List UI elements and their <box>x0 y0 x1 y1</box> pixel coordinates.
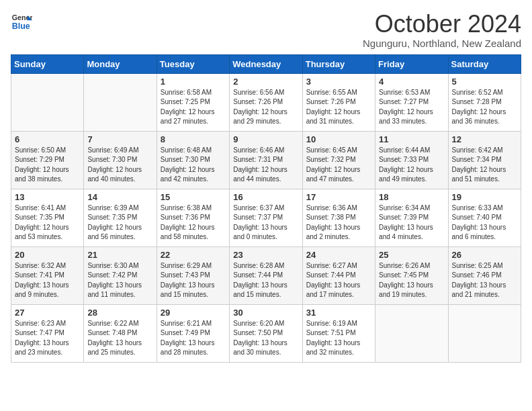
day-info: Sunrise: 6:55 AM Sunset: 7:26 PM Dayligh… <box>306 88 371 127</box>
day-cell: 7Sunrise: 6:49 AM Sunset: 7:30 PM Daylig… <box>84 131 157 189</box>
day-info: Sunrise: 6:46 AM Sunset: 7:31 PM Dayligh… <box>233 146 298 185</box>
calendar-header: SundayMondayTuesdayWednesdayThursdayFrid… <box>11 54 521 73</box>
day-info: Sunrise: 6:26 AM Sunset: 7:45 PM Dayligh… <box>379 261 444 300</box>
day-info: Sunrise: 6:21 AM Sunset: 7:49 PM Dayligh… <box>161 319 226 358</box>
title-block: October 2024 Ngunguru, Northland, New Ze… <box>363 11 521 49</box>
day-number: 13 <box>15 192 80 202</box>
day-info: Sunrise: 6:45 AM Sunset: 7:32 PM Dayligh… <box>306 146 371 185</box>
day-cell: 23Sunrise: 6:28 AM Sunset: 7:44 PM Dayli… <box>230 246 302 304</box>
day-number: 31 <box>306 308 371 318</box>
day-cell <box>448 304 521 362</box>
day-info: Sunrise: 6:49 AM Sunset: 7:30 PM Dayligh… <box>87 146 152 185</box>
day-cell: 26Sunrise: 6:25 AM Sunset: 7:46 PM Dayli… <box>448 246 521 304</box>
day-cell: 13Sunrise: 6:41 AM Sunset: 7:35 PM Dayli… <box>11 189 84 246</box>
day-info: Sunrise: 6:56 AM Sunset: 7:26 PM Dayligh… <box>233 88 298 127</box>
header-day: Friday <box>375 54 448 73</box>
day-cell: 9Sunrise: 6:46 AM Sunset: 7:31 PM Daylig… <box>230 131 302 189</box>
day-cell: 6Sunrise: 6:50 AM Sunset: 7:29 PM Daylig… <box>11 131 84 189</box>
day-cell: 8Sunrise: 6:48 AM Sunset: 7:30 PM Daylig… <box>157 131 229 189</box>
day-info: Sunrise: 6:42 AM Sunset: 7:34 PM Dayligh… <box>452 146 517 185</box>
day-number: 22 <box>161 250 226 260</box>
day-info: Sunrise: 6:52 AM Sunset: 7:28 PM Dayligh… <box>452 88 517 127</box>
day-info: Sunrise: 6:48 AM Sunset: 7:30 PM Dayligh… <box>161 146 226 185</box>
day-number: 30 <box>233 308 298 318</box>
day-cell: 25Sunrise: 6:26 AM Sunset: 7:45 PM Dayli… <box>375 246 448 304</box>
day-number: 27 <box>15 308 80 318</box>
day-info: Sunrise: 6:30 AM Sunset: 7:42 PM Dayligh… <box>87 261 152 300</box>
day-cell: 28Sunrise: 6:22 AM Sunset: 7:48 PM Dayli… <box>84 304 157 362</box>
calendar-body: 1Sunrise: 6:58 AM Sunset: 7:25 PM Daylig… <box>11 73 521 362</box>
day-cell: 16Sunrise: 6:37 AM Sunset: 7:37 PM Dayli… <box>230 189 302 246</box>
day-cell: 4Sunrise: 6:53 AM Sunset: 7:27 PM Daylig… <box>375 73 448 131</box>
day-cell: 2Sunrise: 6:56 AM Sunset: 7:26 PM Daylig… <box>230 73 302 131</box>
svg-text:Blue: Blue <box>12 21 30 31</box>
day-cell: 30Sunrise: 6:20 AM Sunset: 7:50 PM Dayli… <box>230 304 302 362</box>
day-number: 5 <box>452 77 517 87</box>
logo-icon: General Blue <box>11 11 32 32</box>
day-number: 3 <box>306 77 371 87</box>
day-cell: 11Sunrise: 6:44 AM Sunset: 7:33 PM Dayli… <box>375 131 448 189</box>
day-info: Sunrise: 6:34 AM Sunset: 7:39 PM Dayligh… <box>379 203 444 242</box>
week-row: 27Sunrise: 6:23 AM Sunset: 7:47 PM Dayli… <box>11 304 521 362</box>
day-info: Sunrise: 6:37 AM Sunset: 7:37 PM Dayligh… <box>233 203 298 242</box>
header-row: SundayMondayTuesdayWednesdayThursdayFrid… <box>11 54 521 73</box>
day-info: Sunrise: 6:58 AM Sunset: 7:25 PM Dayligh… <box>161 88 226 127</box>
header-day: Saturday <box>448 54 521 73</box>
month-title: October 2024 <box>363 11 521 38</box>
day-number: 2 <box>233 77 298 87</box>
day-cell: 22Sunrise: 6:29 AM Sunset: 7:43 PM Dayli… <box>157 246 229 304</box>
day-info: Sunrise: 6:29 AM Sunset: 7:43 PM Dayligh… <box>161 261 226 300</box>
day-number: 14 <box>87 192 152 202</box>
day-cell: 31Sunrise: 6:19 AM Sunset: 7:51 PM Dayli… <box>302 304 375 362</box>
day-number: 1 <box>161 77 226 87</box>
week-row: 6Sunrise: 6:50 AM Sunset: 7:29 PM Daylig… <box>11 131 521 189</box>
day-number: 4 <box>379 77 444 87</box>
day-number: 25 <box>379 250 444 260</box>
day-number: 6 <box>15 134 80 144</box>
week-row: 1Sunrise: 6:58 AM Sunset: 7:25 PM Daylig… <box>11 73 521 131</box>
day-number: 29 <box>161 308 226 318</box>
day-info: Sunrise: 6:50 AM Sunset: 7:29 PM Dayligh… <box>15 146 80 185</box>
day-info: Sunrise: 6:44 AM Sunset: 7:33 PM Dayligh… <box>379 146 444 185</box>
header-day: Monday <box>84 54 157 73</box>
header-day: Thursday <box>302 54 375 73</box>
day-cell: 21Sunrise: 6:30 AM Sunset: 7:42 PM Dayli… <box>84 246 157 304</box>
day-number: 24 <box>306 250 371 260</box>
day-number: 28 <box>87 308 152 318</box>
logo: General Blue <box>11 11 32 32</box>
day-number: 18 <box>379 192 444 202</box>
day-number: 19 <box>452 192 517 202</box>
day-cell: 19Sunrise: 6:33 AM Sunset: 7:40 PM Dayli… <box>448 189 521 246</box>
day-cell: 10Sunrise: 6:45 AM Sunset: 7:32 PM Dayli… <box>302 131 375 189</box>
day-number: 9 <box>233 134 298 144</box>
header-day: Sunday <box>11 54 84 73</box>
day-info: Sunrise: 6:28 AM Sunset: 7:44 PM Dayligh… <box>233 261 298 300</box>
day-cell: 14Sunrise: 6:39 AM Sunset: 7:35 PM Dayli… <box>84 189 157 246</box>
location: Ngunguru, Northland, New Zealand <box>363 38 521 49</box>
day-number: 23 <box>233 250 298 260</box>
day-cell <box>11 73 84 131</box>
day-cell: 5Sunrise: 6:52 AM Sunset: 7:28 PM Daylig… <box>448 73 521 131</box>
day-number: 21 <box>87 250 152 260</box>
day-number: 11 <box>379 134 444 144</box>
calendar-table: SundayMondayTuesdayWednesdayThursdayFrid… <box>11 54 521 363</box>
day-info: Sunrise: 6:38 AM Sunset: 7:36 PM Dayligh… <box>161 203 226 242</box>
day-info: Sunrise: 6:20 AM Sunset: 7:50 PM Dayligh… <box>233 319 298 358</box>
day-number: 7 <box>87 134 152 144</box>
day-info: Sunrise: 6:25 AM Sunset: 7:46 PM Dayligh… <box>452 261 517 300</box>
day-cell: 27Sunrise: 6:23 AM Sunset: 7:47 PM Dayli… <box>11 304 84 362</box>
day-number: 20 <box>15 250 80 260</box>
day-info: Sunrise: 6:41 AM Sunset: 7:35 PM Dayligh… <box>15 203 80 242</box>
week-row: 20Sunrise: 6:32 AM Sunset: 7:41 PM Dayli… <box>11 246 521 304</box>
header-day: Wednesday <box>230 54 302 73</box>
day-cell: 29Sunrise: 6:21 AM Sunset: 7:49 PM Dayli… <box>157 304 229 362</box>
day-cell <box>375 304 448 362</box>
day-cell <box>84 73 157 131</box>
day-info: Sunrise: 6:53 AM Sunset: 7:27 PM Dayligh… <box>379 88 444 127</box>
day-cell: 3Sunrise: 6:55 AM Sunset: 7:26 PM Daylig… <box>302 73 375 131</box>
week-row: 13Sunrise: 6:41 AM Sunset: 7:35 PM Dayli… <box>11 189 521 246</box>
day-info: Sunrise: 6:32 AM Sunset: 7:41 PM Dayligh… <box>15 261 80 300</box>
day-cell: 15Sunrise: 6:38 AM Sunset: 7:36 PM Dayli… <box>157 189 229 246</box>
day-cell: 17Sunrise: 6:36 AM Sunset: 7:38 PM Dayli… <box>302 189 375 246</box>
day-info: Sunrise: 6:27 AM Sunset: 7:44 PM Dayligh… <box>306 261 371 300</box>
